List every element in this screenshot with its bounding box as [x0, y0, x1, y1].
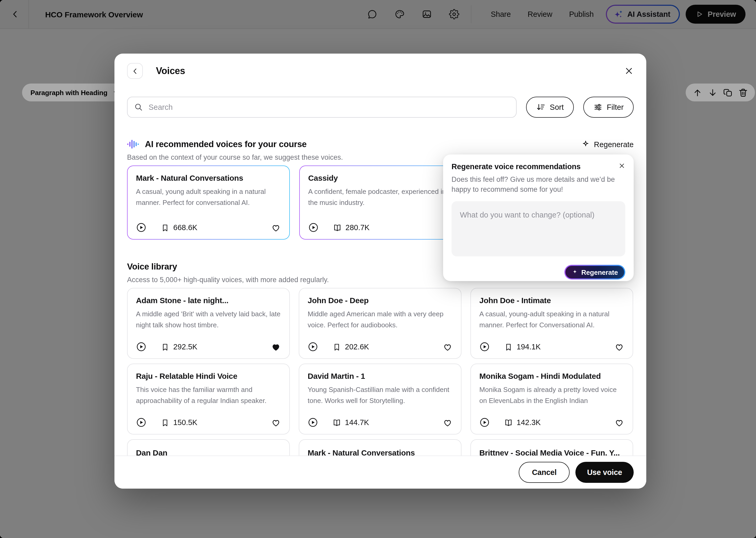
play-icon: [136, 222, 147, 233]
voice-name: Monika Sogam - Hindi Modulated: [479, 371, 624, 380]
voice-card[interactable]: Mark - Natural Conversations A casual, y…: [127, 166, 290, 240]
recommended-section-title: AI recommended voices for your course: [145, 139, 307, 149]
play-voice-button[interactable]: [479, 417, 490, 428]
block-type-dropdown[interactable]: Paragraph with Heading: [22, 83, 128, 101]
play-voice-button[interactable]: [136, 417, 147, 428]
usage-count-icon: [161, 418, 169, 427]
regenerate-feedback-input[interactable]: [451, 201, 625, 257]
modal-back-button[interactable]: [127, 63, 143, 79]
filter-button[interactable]: Filter: [583, 97, 634, 118]
voice-card-stats: 668.6K: [136, 222, 281, 233]
modal-footer: Cancel Use voice: [115, 456, 646, 489]
favorite-button[interactable]: [614, 342, 624, 352]
usage-count-value: 194.1K: [517, 343, 541, 351]
voice-description: Young Spanish-Castillian male with a con…: [307, 384, 452, 407]
popover-title: Regenerate voice recommendations: [451, 162, 581, 171]
voice-name: Mark - Natural Conversations: [136, 173, 281, 182]
search-input[interactable]: [127, 97, 517, 118]
cancel-button[interactable]: Cancel: [519, 462, 570, 483]
usage-count-icon: [161, 342, 169, 351]
voice-card-stats: 292.5K: [136, 342, 281, 352]
play-icon: [136, 342, 147, 352]
modal-title: Voices: [156, 65, 185, 77]
modal-close-button[interactable]: [624, 66, 634, 76]
play-icon: [479, 417, 490, 428]
play-voice-button[interactable]: [136, 342, 147, 352]
usage-count-value: 202.6K: [345, 343, 369, 351]
delete-button[interactable]: [738, 87, 748, 97]
voice-card-stats: 150.5K: [136, 417, 281, 428]
favorite-button[interactable]: [271, 342, 281, 352]
play-icon: [479, 342, 490, 352]
voice-usage-count: 668.6K: [161, 223, 197, 232]
sparkle-icon: [581, 140, 590, 149]
play-voice-button[interactable]: [308, 222, 319, 233]
voice-card[interactable]: Monika Sogam - Hindi Modulated Monika So…: [470, 363, 633, 435]
play-voice-button[interactable]: [307, 342, 318, 352]
heart-icon: [614, 342, 624, 352]
voice-usage-count: 142.3K: [504, 418, 541, 427]
heart-icon: [271, 417, 281, 427]
favorite-button[interactable]: [443, 342, 452, 352]
duplicate-button[interactable]: [723, 87, 733, 97]
move-up-button[interactable]: [692, 87, 702, 97]
regenerate-link-label: Regenerate: [594, 140, 634, 148]
search-icon: [134, 102, 143, 111]
voice-card[interactable]: Cassidy A confident, female podcaster, e…: [299, 166, 462, 240]
sort-label: Sort: [550, 103, 564, 111]
usage-count-value: 280.7K: [346, 223, 370, 232]
play-icon: [307, 342, 318, 352]
heart-icon: [443, 342, 452, 352]
voice-description: Middle aged American male with a very de…: [307, 308, 452, 331]
favorite-button[interactable]: [443, 417, 452, 427]
favorite-button[interactable]: [271, 223, 281, 233]
voice-name: John Doe - Intimate: [479, 296, 624, 305]
usage-count-value: 150.5K: [173, 418, 197, 427]
voice-card[interactable]: Raju - Relatable Hindi Voice This voice …: [127, 363, 290, 435]
usage-count-icon: [332, 342, 341, 351]
voice-description: A confident, female podcaster, experienc…: [308, 186, 453, 209]
usage-count-icon: [504, 342, 513, 351]
play-voice-button[interactable]: [136, 222, 147, 233]
usage-count-icon: [333, 223, 342, 232]
voice-card[interactable]: John Doe - Deep Middle aged American mal…: [299, 288, 461, 359]
recommended-cards-row: Mark - Natural Conversations A casual, y…: [127, 166, 462, 240]
heart-icon: [443, 417, 452, 427]
search-box: [127, 97, 517, 118]
voice-name: Adam Stone - late night...: [136, 296, 281, 305]
favorite-button[interactable]: [271, 417, 281, 427]
voice-description: A casual, young-adult speaking in a natu…: [479, 308, 624, 331]
voice-card[interactable]: Adam Stone - late night... A middle aged…: [127, 288, 290, 359]
use-voice-button[interactable]: Use voice: [575, 462, 634, 483]
regenerate-link[interactable]: Regenerate: [581, 140, 634, 149]
usage-count-value: 144.7K: [345, 418, 369, 427]
voice-card-stats: 280.7K: [308, 222, 453, 233]
favorite-button[interactable]: [614, 417, 624, 427]
voice-usage-count: 144.7K: [332, 418, 369, 427]
popover-description: Does this feel off? Give us more details…: [451, 175, 617, 195]
voice-card[interactable]: David Martin - 1 Young Spanish-Castillia…: [299, 363, 461, 435]
voice-description: A casual, young adult speaking in a natu…: [136, 186, 281, 209]
voice-card[interactable]: John Doe - Intimate A casual, young-adul…: [470, 288, 633, 359]
voices-modal: Voices Sort Filter: [115, 54, 646, 489]
voice-usage-count: 280.7K: [333, 223, 370, 232]
regenerate-submit-button[interactable]: Regenerate: [564, 265, 625, 280]
chevron-left-icon: [131, 67, 139, 75]
move-down-button[interactable]: [708, 87, 718, 97]
voice-usage-count: 292.5K: [161, 342, 197, 351]
voices-toolbar: Sort Filter: [127, 97, 634, 118]
play-voice-button[interactable]: [307, 417, 318, 428]
sort-button[interactable]: Sort: [526, 97, 574, 118]
recommended-section-subtitle: Based on the context of your course so f…: [127, 153, 343, 161]
voice-usage-count: 202.6K: [332, 342, 369, 351]
play-voice-button[interactable]: [479, 342, 490, 352]
heart-icon: [271, 342, 281, 352]
block-actions-toolbar: [685, 83, 755, 101]
voice-name: David Martin - 1: [307, 371, 452, 380]
usage-count-value: 292.5K: [173, 343, 197, 351]
popover-close-button[interactable]: [618, 162, 625, 169]
recommended-section-header: AI recommended voices for your course Re…: [127, 139, 634, 149]
usage-count-icon: [504, 418, 513, 427]
filter-icon: [593, 102, 603, 112]
play-icon: [136, 417, 147, 428]
